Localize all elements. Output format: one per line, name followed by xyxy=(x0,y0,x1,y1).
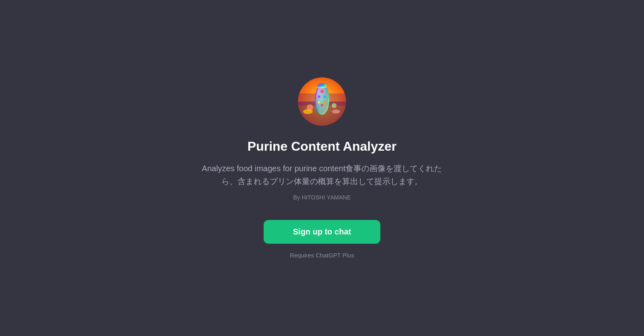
svg-point-6 xyxy=(320,90,324,93)
svg-point-13 xyxy=(317,83,327,88)
svg-point-18 xyxy=(332,110,340,114)
signup-button[interactable]: Sign up to chat xyxy=(264,220,380,244)
svg-point-10 xyxy=(318,101,320,104)
app-description: Analyzes food images for purine content食… xyxy=(201,162,443,188)
svg-point-7 xyxy=(318,95,320,98)
svg-point-12 xyxy=(321,104,323,106)
main-container: Purine Content Analyzer Analyzes food im… xyxy=(193,61,451,275)
svg-point-11 xyxy=(324,101,326,104)
app-avatar xyxy=(298,77,346,126)
app-title: Purine Content Analyzer xyxy=(248,139,396,154)
svg-point-16 xyxy=(332,103,336,108)
requires-plus-label: Requires ChatGPT Plus xyxy=(290,252,354,259)
svg-point-17 xyxy=(303,109,313,114)
svg-point-8 xyxy=(324,95,326,98)
svg-point-9 xyxy=(321,98,323,101)
app-author: By HITOSHI YAMANE xyxy=(293,194,351,201)
